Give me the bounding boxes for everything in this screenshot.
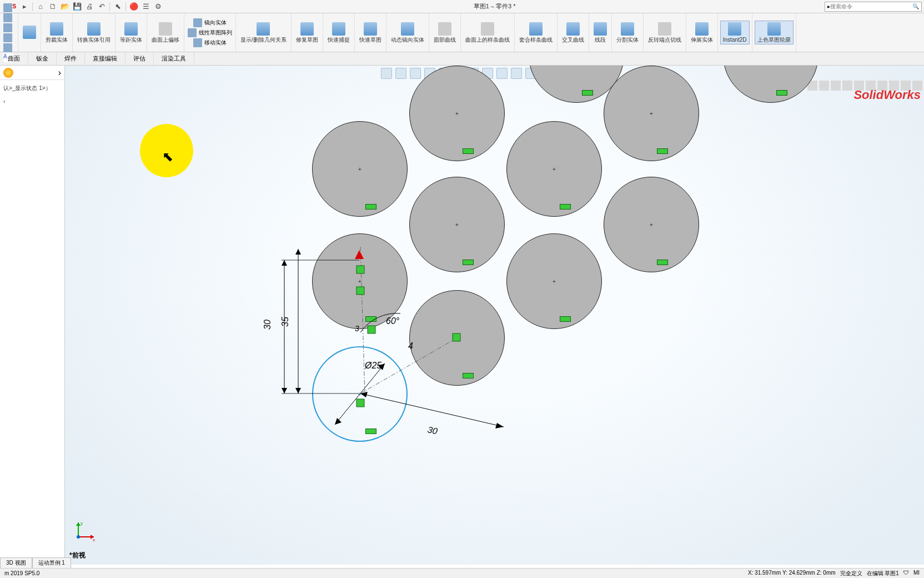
surf-offset-group: 曲面上偏移 bbox=[147, 13, 184, 52]
tab-render[interactable]: 渲染工具 bbox=[154, 52, 194, 65]
rotate-copy-icon bbox=[658, 22, 671, 36]
circle-base-selected[interactable]: + bbox=[312, 346, 408, 442]
status-mmgs-icon[interactable]: 🛡 bbox=[903, 570, 909, 577]
surf-offset-button[interactable]: 曲面上偏移 bbox=[149, 21, 182, 44]
circle-pattern-instance[interactable]: + bbox=[409, 290, 505, 386]
trim-button[interactable]: 剪裁实体 bbox=[43, 21, 70, 44]
surface-curve-button[interactable]: 曲面上的样条曲线 bbox=[463, 21, 512, 44]
zoom-fit-icon[interactable] bbox=[381, 68, 392, 79]
mirror-button[interactable]: 镜向实体 bbox=[192, 18, 228, 28]
filter-edges[interactable] bbox=[819, 81, 829, 91]
segment-button[interactable]: 线段 bbox=[591, 21, 609, 44]
shaded-icon bbox=[767, 22, 781, 36]
open-icon[interactable]: 📂 bbox=[59, 1, 71, 12]
circle-pattern-instance[interactable]: + bbox=[409, 177, 505, 272]
snap-group: 快速捕捉 bbox=[323, 13, 355, 52]
zoom-area-icon[interactable] bbox=[395, 68, 406, 79]
rapid-icon bbox=[364, 22, 377, 36]
spline-tool[interactable] bbox=[2, 33, 16, 43]
cursor-icon: ⬉ bbox=[162, 149, 173, 165]
rapid-button[interactable]: 快速草图 bbox=[357, 21, 384, 44]
apply-scene-icon[interactable] bbox=[496, 68, 508, 79]
rotate-copy-group: 反转端点切线 bbox=[644, 13, 686, 52]
move-button[interactable]: 移动实体 bbox=[192, 38, 228, 48]
home-icon[interactable]: ⌂ bbox=[34, 1, 47, 12]
extend-button[interactable]: 伸展实体 bbox=[689, 21, 715, 44]
dynmirror-group: 动态镜向实体 bbox=[386, 13, 429, 52]
filter-faces[interactable] bbox=[831, 81, 841, 91]
svg-marker-13 bbox=[495, 423, 504, 428]
linear-pattern-button[interactable]: 线性草图阵列 bbox=[187, 28, 233, 38]
line-tool[interactable] bbox=[2, 3, 16, 13]
show-relations-button[interactable]: 显示/删除几何关系 bbox=[238, 21, 289, 44]
quicksnap-button[interactable]: 快速捕捉 bbox=[325, 21, 352, 44]
print-icon[interactable]: 🖨 bbox=[83, 1, 96, 12]
circle-pattern-instance[interactable]: + bbox=[604, 66, 699, 161]
fit-spline-button[interactable]: 套合样条曲线 bbox=[517, 21, 555, 44]
rebuild-icon[interactable]: 🔴 bbox=[128, 1, 140, 12]
ellipse-icon bbox=[3, 43, 12, 52]
select-icon[interactable]: ⬉ bbox=[112, 1, 124, 12]
options-icon[interactable]: ☰ bbox=[140, 1, 152, 12]
circle-tool[interactable] bbox=[2, 13, 16, 23]
circle-pattern-instance[interactable]: + bbox=[506, 233, 602, 329]
tab-surface[interactable]: 曲面 bbox=[0, 52, 28, 65]
command-tabs: 曲面 钣金 焊件 直接编辑 评估 渲染工具 bbox=[0, 52, 924, 66]
view-settings-icon[interactable] bbox=[511, 68, 522, 79]
instant2d-button[interactable]: Instant2D bbox=[720, 21, 750, 44]
save-icon[interactable]: 💾 bbox=[71, 1, 83, 12]
sketch-btn[interactable] bbox=[21, 24, 38, 41]
offset-button[interactable]: 等距实体 bbox=[118, 21, 144, 44]
planar-icon bbox=[438, 22, 451, 36]
tree-expander[interactable]: › bbox=[3, 98, 61, 104]
quick-access-bar: RKS ▸ ⌂ 🗋 📂 💾 🖨 ↶ ⬉ 🔴 ☰ ⚙ 草图1 – 零件3 * ▸ … bbox=[0, 0, 924, 13]
menu-chevron-icon[interactable]: ▸ bbox=[18, 1, 31, 12]
tab-evaluate[interactable]: 评估 bbox=[125, 52, 154, 65]
circle-pattern-instance[interactable]: + bbox=[604, 177, 699, 272]
dynmirror-button[interactable]: 动态镜向实体 bbox=[389, 21, 426, 44]
filter-select[interactable] bbox=[842, 81, 852, 91]
search-input[interactable] bbox=[830, 3, 912, 9]
tab-sheetmetal[interactable]: 钣金 bbox=[28, 52, 57, 65]
circle-pattern-instance[interactable]: + bbox=[723, 66, 818, 103]
status-coords: X: 31.597mm Y: 24.629mm Z: 0mm bbox=[748, 570, 836, 577]
tab-direct[interactable]: 直接编辑 bbox=[85, 52, 125, 65]
tab-weld[interactable]: 焊件 bbox=[57, 52, 85, 65]
extend-group: 伸展实体 bbox=[686, 13, 718, 52]
dim-30b-label: 30 bbox=[426, 425, 438, 436]
convert-button[interactable]: 转换实体引用 bbox=[75, 21, 113, 44]
svg-text:x: x bbox=[93, 537, 95, 542]
tab-motion[interactable]: 运动算例 1 bbox=[32, 557, 71, 568]
tab-3dview[interactable]: 3D 视图 bbox=[0, 557, 32, 568]
rotate-copy-button[interactable]: 反转端点切线 bbox=[646, 21, 684, 44]
circle-pattern-instance[interactable]: + bbox=[312, 121, 408, 217]
fit-spline-group: 套合样条曲线 bbox=[515, 13, 558, 52]
display-state-item[interactable]: 认>_显示状态 1>） bbox=[3, 84, 61, 92]
shaded-button[interactable]: 上色草图轮廓 bbox=[755, 21, 794, 44]
planar-group: 面部曲线 bbox=[429, 13, 461, 52]
repair-button[interactable]: 修复草图 bbox=[294, 21, 320, 44]
tree-tab-icon[interactable] bbox=[3, 68, 13, 78]
circle-pattern-instance[interactable]: + bbox=[409, 66, 505, 161]
undo-icon[interactable]: ↶ bbox=[96, 1, 108, 12]
planar-button[interactable]: 面部曲线 bbox=[431, 21, 458, 44]
arc-icon bbox=[3, 23, 12, 32]
circle-pattern-instance[interactable]: + bbox=[506, 121, 602, 217]
pattern-group: 镜向实体 线性草图阵列 移动实体 bbox=[184, 13, 236, 52]
command-search[interactable]: ▸ 🔍 bbox=[825, 2, 922, 12]
graphics-viewport[interactable]: SolidWorks + + + + + + + + + + + + 30 35… bbox=[65, 66, 924, 565]
tree-expand-icon[interactable]: › bbox=[58, 68, 61, 78]
settings-icon[interactable]: ⚙ bbox=[152, 1, 164, 12]
previous-view-icon[interactable] bbox=[410, 68, 421, 79]
new-icon[interactable]: 🗋 bbox=[47, 1, 59, 12]
ellipse-tool[interactable] bbox=[2, 43, 16, 53]
split-button[interactable]: 分割实体 bbox=[614, 21, 641, 44]
separator bbox=[32, 2, 33, 11]
arc-tool[interactable] bbox=[2, 23, 16, 33]
intersection-button[interactable]: 交叉曲线 bbox=[560, 21, 586, 44]
extend-icon bbox=[695, 22, 709, 36]
segment-icon bbox=[594, 22, 607, 36]
status-bar: m 2019 SP5.0 X: 31.597mm Y: 24.629mm Z: … bbox=[0, 568, 924, 578]
circle-pattern-instance[interactable]: + bbox=[312, 233, 408, 329]
repair-group: 修复草图 bbox=[292, 13, 323, 52]
